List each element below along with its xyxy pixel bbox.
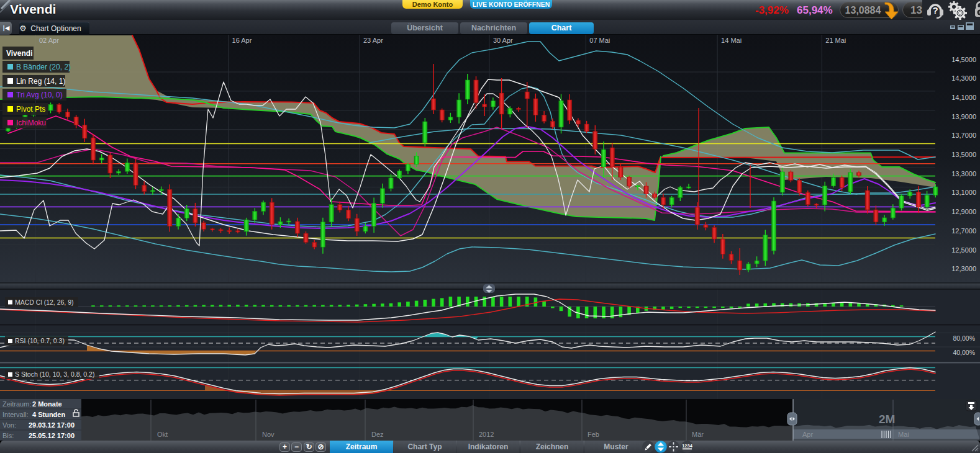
svg-text:Lin Reg (14, 1): Lin Reg (14, 1) — [16, 77, 65, 86]
svg-text:13,3000: 13,3000 — [951, 170, 976, 177]
svg-text:21 Mai: 21 Mai — [825, 37, 846, 44]
svg-text:Mai: Mai — [898, 431, 909, 438]
svg-text:2M: 2M — [879, 413, 895, 426]
svg-text:12,7000: 12,7000 — [951, 227, 976, 235]
svg-text:Zeitraum:: Zeitraum: — [2, 400, 31, 408]
svg-text:14 Mai: 14 Mai — [721, 37, 742, 44]
svg-text:2 Monate: 2 Monate — [32, 400, 62, 408]
svg-text:Apr: Apr — [802, 431, 813, 438]
svg-text:Nov: Nov — [262, 431, 274, 438]
svg-text:14,3000: 14,3000 — [951, 74, 976, 82]
svg-text:B Bänder (20, 2): B Bänder (20, 2) — [16, 63, 71, 71]
svg-text:25.05.12 17:00: 25.05.12 17:00 — [29, 432, 75, 439]
svg-text:4 Stunden: 4 Stunden — [32, 411, 65, 418]
svg-text:Feb: Feb — [588, 431, 599, 438]
svg-text:?: ? — [932, 5, 938, 16]
svg-text:23 Apr: 23 Apr — [363, 37, 383, 44]
svg-text:12,9000: 12,9000 — [951, 208, 976, 215]
svg-text:13,7000: 13,7000 — [951, 132, 976, 139]
svg-text:Von:: Von: — [2, 421, 16, 429]
svg-text:MACD Cl (12, 26, 9): MACD Cl (12, 26, 9) — [15, 298, 74, 306]
svg-text:13,1000: 13,1000 — [951, 189, 976, 196]
svg-text:Mär: Mär — [692, 431, 704, 438]
svg-text:14,1000: 14,1000 — [951, 94, 976, 101]
svg-text:30 Apr: 30 Apr — [493, 37, 513, 44]
svg-text:Dez: Dez — [371, 431, 384, 438]
svg-text:12,5000: 12,5000 — [951, 246, 976, 254]
svg-text:Okt: Okt — [157, 431, 168, 438]
svg-text:13,9000: 13,9000 — [951, 113, 976, 120]
svg-text:Pivot Pts: Pivot Pts — [16, 105, 45, 114]
svg-text:07 Mai: 07 Mai — [589, 37, 610, 44]
svg-text:13,5000: 13,5000 — [951, 151, 976, 158]
svg-text:Intervall:: Intervall: — [2, 411, 29, 418]
svg-text:Vivendi: Vivendi — [6, 49, 32, 58]
svg-text:02 Apr: 02 Apr — [39, 37, 59, 44]
svg-text:Bis:: Bis: — [2, 432, 14, 439]
svg-text:29.03.12 17:00: 29.03.12 17:00 — [29, 421, 75, 429]
svg-text:2012: 2012 — [479, 431, 494, 438]
svg-text:14,5000: 14,5000 — [951, 56, 976, 63]
svg-text:80,00%: 80,00% — [953, 334, 975, 342]
svg-text:Tri Avg (10, 0): Tri Avg (10, 0) — [16, 91, 63, 99]
svg-text:1234: 1234 — [682, 443, 693, 449]
svg-text:40,00%: 40,00% — [953, 349, 975, 356]
svg-text:S Stoch (10, 10, 3, 0.8, 0.2): S Stoch (10, 10, 3, 0.8, 0.2) — [15, 370, 94, 378]
svg-text:12,3000: 12,3000 — [951, 265, 976, 272]
svg-text:RSI (10, 0.7, 0.3): RSI (10, 0.7, 0.3) — [15, 337, 65, 344]
svg-text:16 Apr: 16 Apr — [232, 37, 252, 44]
svg-text:IchiMoku: IchiMoku — [16, 119, 46, 127]
